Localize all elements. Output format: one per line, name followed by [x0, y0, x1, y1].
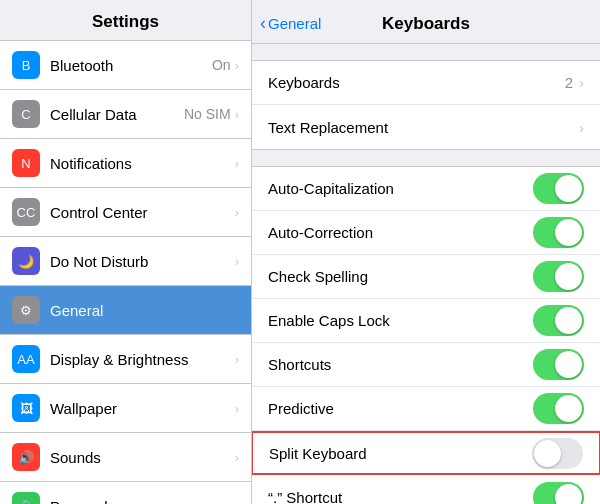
do-not-disturb-label: Do Not Disturb [50, 253, 235, 270]
text-replacement-chevron-icon: › [579, 119, 584, 136]
wallpaper-label: Wallpaper [50, 400, 235, 417]
auto-correct-toggle[interactable] [533, 217, 584, 248]
control-center-label: Control Center [50, 204, 235, 221]
settings-row-split-keyboard[interactable]: Split Keyboard [252, 431, 600, 475]
bluetooth-chevron-icon: › [235, 58, 239, 73]
predictive-label: Predictive [268, 400, 533, 417]
period-shortcut-toggle-knob [555, 484, 582, 505]
cellular-icon: C [12, 100, 40, 128]
settings-row-keyboards[interactable]: Keyboards2› [252, 61, 600, 105]
predictive-toggle[interactable] [533, 393, 584, 424]
control-center-icon: CC [12, 198, 40, 226]
sidebar-item-general[interactable]: ⚙General [0, 286, 251, 335]
panel-header: ‹ General Keyboards [252, 0, 600, 44]
settings-group-1: Auto-CapitalizationAuto-CorrectionCheck … [252, 166, 600, 504]
cellular-chevron-icon: › [235, 107, 239, 122]
notifications-label: Notifications [50, 155, 235, 172]
keyboards-chevron-icon: › [579, 74, 584, 91]
back-label: General [268, 15, 321, 32]
control-center-chevron-icon: › [235, 205, 239, 220]
sidebar-title: Settings [0, 0, 251, 41]
back-button[interactable]: ‹ General [260, 13, 321, 34]
display-chevron-icon: › [235, 352, 239, 367]
auto-cap-label: Auto-Capitalization [268, 180, 533, 197]
split-keyboard-toggle-knob [534, 440, 561, 467]
bluetooth-value: On [212, 57, 231, 73]
sidebar: Settings BBluetoothOn›CCellular DataNo S… [0, 0, 252, 504]
settings-row-predictive[interactable]: Predictive [252, 387, 600, 431]
settings-row-caps-lock[interactable]: Enable Caps Lock [252, 299, 600, 343]
sidebar-item-display[interactable]: AADisplay & Brightness› [0, 335, 251, 384]
notifications-icon: N [12, 149, 40, 177]
split-keyboard-label: Split Keyboard [269, 445, 532, 462]
auto-correct-toggle-knob [555, 219, 582, 246]
auto-correct-label: Auto-Correction [268, 224, 533, 241]
keyboards-value: 2 [565, 74, 573, 91]
sidebar-item-cellular[interactable]: CCellular DataNo SIM› [0, 90, 251, 139]
shortcuts-toggle-knob [555, 351, 582, 378]
sidebar-item-bluetooth[interactable]: BBluetoothOn› [0, 41, 251, 90]
auto-cap-toggle[interactable] [533, 173, 584, 204]
sidebar-item-passcode[interactable]: 🔒Passcode› [0, 482, 251, 504]
do-not-disturb-chevron-icon: › [235, 254, 239, 269]
bluetooth-icon: B [12, 51, 40, 79]
general-label: General [50, 302, 239, 319]
chevron-left-icon: ‹ [260, 13, 266, 34]
keyboards-label: Keyboards [268, 74, 565, 91]
split-keyboard-toggle[interactable] [532, 438, 583, 469]
wallpaper-icon: 🖼 [12, 394, 40, 422]
sidebar-item-control-center[interactable]: CCControl Center› [0, 188, 251, 237]
text-replacement-label: Text Replacement [268, 119, 579, 136]
sidebar-item-sounds[interactable]: 🔊Sounds› [0, 433, 251, 482]
period-shortcut-label: “.” Shortcut [268, 489, 533, 505]
general-icon: ⚙ [12, 296, 40, 324]
passcode-label: Passcode [50, 498, 235, 505]
sidebar-item-do-not-disturb[interactable]: 🌙Do Not Disturb› [0, 237, 251, 286]
shortcuts-label: Shortcuts [268, 356, 533, 373]
settings-row-auto-correct[interactable]: Auto-Correction [252, 211, 600, 255]
cellular-label: Cellular Data [50, 106, 184, 123]
settings-row-auto-cap[interactable]: Auto-Capitalization [252, 167, 600, 211]
cellular-value: No SIM [184, 106, 231, 122]
passcode-icon: 🔒 [12, 492, 40, 504]
sidebar-item-wallpaper[interactable]: 🖼Wallpaper› [0, 384, 251, 433]
shortcuts-toggle[interactable] [533, 349, 584, 380]
settings-row-check-spelling[interactable]: Check Spelling [252, 255, 600, 299]
predictive-toggle-knob [555, 395, 582, 422]
panel-content: Keyboards2›Text Replacement›Auto-Capital… [252, 44, 600, 504]
check-spelling-toggle-knob [555, 263, 582, 290]
right-panel: ‹ General Keyboards Keyboards2›Text Repl… [252, 0, 600, 504]
sounds-chevron-icon: › [235, 450, 239, 465]
check-spelling-toggle[interactable] [533, 261, 584, 292]
check-spelling-label: Check Spelling [268, 268, 533, 285]
caps-lock-toggle[interactable] [533, 305, 584, 336]
sidebar-item-notifications[interactable]: NNotifications› [0, 139, 251, 188]
sidebar-list: BBluetoothOn›CCellular DataNo SIM›NNotif… [0, 41, 251, 504]
settings-row-text-replacement[interactable]: Text Replacement› [252, 105, 600, 149]
panel-title: Keyboards [382, 14, 470, 34]
settings-row-shortcuts[interactable]: Shortcuts [252, 343, 600, 387]
period-shortcut-toggle[interactable] [533, 482, 584, 505]
auto-cap-toggle-knob [555, 175, 582, 202]
do-not-disturb-icon: 🌙 [12, 247, 40, 275]
display-label: Display & Brightness [50, 351, 235, 368]
passcode-chevron-icon: › [235, 499, 239, 505]
settings-row-period-shortcut[interactable]: “.” Shortcut [252, 475, 600, 504]
sounds-icon: 🔊 [12, 443, 40, 471]
notifications-chevron-icon: › [235, 156, 239, 171]
caps-lock-label: Enable Caps Lock [268, 312, 533, 329]
display-icon: AA [12, 345, 40, 373]
bluetooth-label: Bluetooth [50, 57, 212, 74]
caps-lock-toggle-knob [555, 307, 582, 334]
sounds-label: Sounds [50, 449, 235, 466]
wallpaper-chevron-icon: › [235, 401, 239, 416]
settings-group-0: Keyboards2›Text Replacement› [252, 60, 600, 150]
